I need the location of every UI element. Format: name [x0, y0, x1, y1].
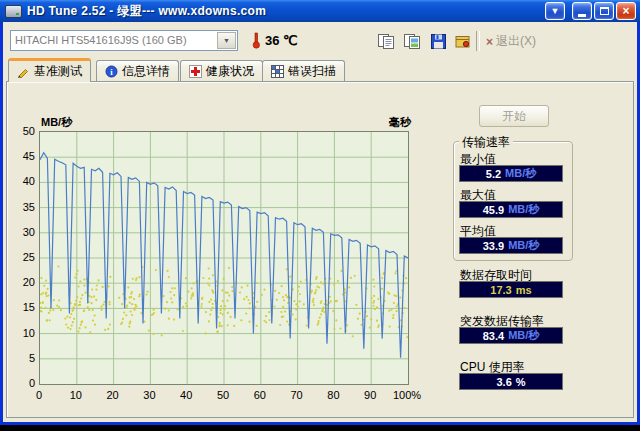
- app-window: HD Tune 2.52 - 绿盟--- www.xdowns.com ▼ × …: [0, 0, 640, 431]
- app-icon: [5, 5, 22, 18]
- tab-error-scan[interactable]: 错误扫描: [262, 60, 345, 81]
- exit-label: 退出(X): [496, 33, 536, 50]
- avg-value-box: 33.9 MB/秒: [459, 237, 563, 254]
- x-axis-tick: 60: [244, 389, 276, 401]
- min-unit: MB/秒: [505, 166, 536, 181]
- y-axis-tick: 15: [13, 301, 35, 313]
- tab-label: 错误扫描: [288, 63, 336, 80]
- right-axis-label: 毫秒: [367, 115, 411, 130]
- x-axis-tick: 0: [23, 389, 55, 401]
- burst-rate-value: 83.4: [483, 330, 504, 342]
- access-time-value: 17.3: [490, 284, 511, 296]
- left-axis-label: MB/秒: [41, 115, 72, 130]
- save-button[interactable]: [427, 31, 449, 51]
- y-axis-tick: 45: [13, 150, 35, 162]
- burst-rate-value-box: 83.4 MB/秒: [459, 327, 563, 344]
- export-icon: [454, 33, 471, 50]
- burst-rate-unit: MB/秒: [508, 328, 539, 343]
- copy-text-button[interactable]: [375, 31, 397, 51]
- y-axis-tick: 5: [13, 352, 35, 364]
- y-axis-tick: 25: [13, 251, 35, 263]
- exit-icon: ×: [486, 35, 493, 49]
- drive-selector[interactable]: HITACHI HTS541616J9S (160 GB) ▼: [10, 30, 238, 51]
- start-button-label: 开始: [502, 108, 526, 125]
- x-axis-tick: 70: [281, 389, 313, 401]
- x-axis-tick: 10: [60, 389, 92, 401]
- x-axis-tick: 50: [207, 389, 239, 401]
- access-time-value-box: 17.3 ms: [459, 281, 563, 298]
- download-icon: ▼: [551, 6, 560, 16]
- download-button[interactable]: ▼: [545, 2, 565, 20]
- avg-value: 33.9: [483, 240, 504, 252]
- max-value-box: 45.9 MB/秒: [459, 201, 563, 218]
- close-icon: ×: [622, 4, 629, 18]
- y-axis-tick: 20: [13, 276, 35, 288]
- y-axis-tick: 10: [13, 327, 35, 339]
- transfer-rate-group-title: 传输速率: [459, 134, 513, 151]
- title-buttons: ▼ ×: [545, 2, 636, 20]
- client-area: HITACHI HTS541616J9S (160 GB) ▼ 36 ℃ × 退…: [3, 22, 637, 422]
- copy-text-icon: [377, 33, 395, 50]
- y-axis-tick: 35: [13, 201, 35, 213]
- y-axis-tick: 30: [13, 226, 35, 238]
- x-axis-tick: 100%: [391, 389, 423, 401]
- scan-grid-icon: [271, 65, 284, 78]
- title-bar: HD Tune 2.52 - 绿盟--- www.xdowns.com ▼ ×: [0, 0, 640, 22]
- benchmark-plot: [39, 131, 409, 385]
- toolbar-separator: [476, 31, 480, 51]
- x-axis-tick: 90: [354, 389, 386, 401]
- thermometer-icon: [252, 32, 261, 53]
- y-axis-tick: 50: [13, 125, 35, 137]
- chevron-down-icon[interactable]: ▼: [217, 32, 236, 49]
- tab-label: 基准测试: [34, 63, 82, 80]
- exit-button[interactable]: × 退出(X): [486, 33, 536, 50]
- min-value-box: 5.2 MB/秒: [459, 165, 563, 182]
- benchmark-tab-page: MB/秒 毫秒 开始 传输速率 最小值 5.2 MB/秒 最大值 45.9 MB…: [6, 81, 634, 418]
- access-time-unit: ms: [516, 284, 532, 296]
- save-icon: [430, 33, 447, 50]
- minimize-button[interactable]: [572, 2, 592, 20]
- cpu-usage-value: 3.6: [496, 376, 511, 388]
- export-button[interactable]: [451, 31, 473, 51]
- window-title: HD Tune 2.52 - 绿盟--- www.xdowns.com: [27, 3, 266, 20]
- maximize-icon: [600, 7, 609, 15]
- copy-image-button[interactable]: [401, 31, 423, 51]
- x-axis-tick: 20: [97, 389, 129, 401]
- x-axis-tick: 30: [133, 389, 165, 401]
- max-value: 45.9: [483, 204, 504, 216]
- x-axis-tick: 80: [317, 389, 349, 401]
- y-axis-tick: 40: [13, 175, 35, 187]
- tab-info[interactable]: i 信息详情: [96, 60, 179, 81]
- x-axis-tick: 40: [170, 389, 202, 401]
- copy-image-icon: [403, 33, 421, 50]
- min-value: 5.2: [486, 168, 501, 180]
- start-button[interactable]: 开始: [479, 105, 549, 127]
- maximize-button[interactable]: [594, 2, 614, 20]
- drive-selector-value: HITACHI HTS541616J9S (160 GB): [15, 34, 187, 46]
- cpu-usage-value-box: 3.6 %: [459, 373, 563, 390]
- avg-unit: MB/秒: [508, 238, 539, 253]
- tab-label: 健康状况: [206, 63, 254, 80]
- minimize-icon: [578, 14, 586, 17]
- benchmark-icon: [17, 65, 30, 78]
- tab-benchmark[interactable]: 基准测试: [8, 58, 91, 82]
- health-cross-icon: [189, 65, 202, 78]
- tab-label: 信息详情: [122, 63, 170, 80]
- close-button[interactable]: ×: [616, 2, 636, 20]
- cpu-usage-unit: %: [516, 376, 526, 388]
- max-unit: MB/秒: [508, 202, 539, 217]
- info-icon: i: [105, 65, 118, 78]
- temperature-readout: 36 ℃: [265, 33, 298, 48]
- y-axis-tick: 0: [13, 377, 35, 389]
- tab-health[interactable]: 健康状况: [180, 60, 263, 81]
